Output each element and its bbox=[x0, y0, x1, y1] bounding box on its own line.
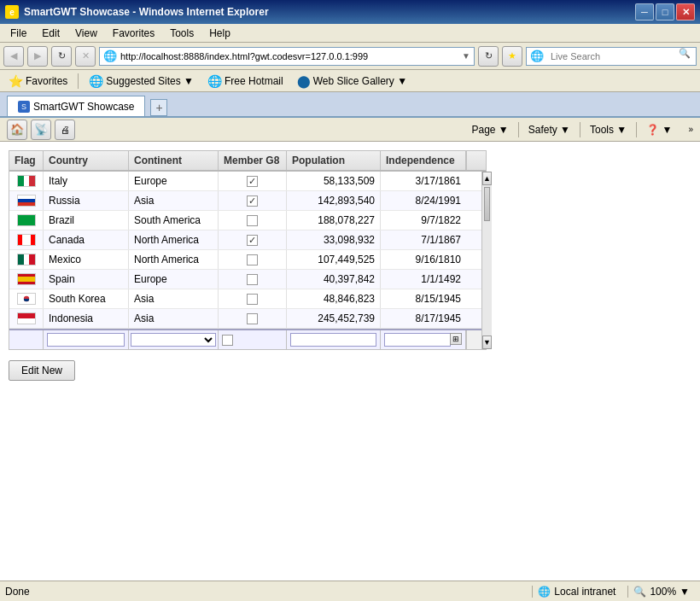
forward-button[interactable]: ▶ bbox=[27, 46, 48, 67]
flag-icon-indonesia bbox=[17, 312, 36, 324]
toolbar-expand-button[interactable]: » bbox=[688, 125, 693, 134]
zone-icon: 🌐 bbox=[538, 586, 551, 598]
print-button[interactable]: 🖨 bbox=[55, 120, 75, 140]
flag-icon-russia bbox=[17, 195, 36, 207]
col-header-country[interactable]: Country bbox=[44, 151, 129, 170]
edit-input-country[interactable] bbox=[47, 333, 125, 347]
url-display[interactable]: http://localhost:8888/index.html?gwt.cod… bbox=[120, 51, 458, 61]
checkbox-g8-canada[interactable]: ✓ bbox=[247, 235, 258, 246]
scroll-up-button[interactable]: ▲ bbox=[482, 172, 492, 185]
favorites-bar: ⭐ Favorites 🌐 Suggested Sites ▼ 🌐 Free H… bbox=[0, 70, 700, 92]
cell-continent-southkorea: Asia bbox=[129, 289, 219, 308]
address-input-wrapper: 🌐 http://localhost:8888/index.html?gwt.c… bbox=[99, 47, 475, 66]
refresh-addr-button[interactable]: ↻ bbox=[478, 46, 499, 67]
edit-checkbox-g8[interactable] bbox=[222, 335, 233, 346]
favorites-button[interactable]: ⭐ Favorites bbox=[5, 73, 71, 89]
checkbox-g8-italy[interactable]: ✓ bbox=[247, 176, 258, 187]
edit-select-continent[interactable]: Africa Asia Europe North America South A… bbox=[131, 333, 216, 347]
cell-independence-indonesia: 8/17/1945 bbox=[381, 309, 466, 328]
table-row[interactable]: Brazil South America 188,078,227 9/7/182… bbox=[9, 211, 481, 230]
edit-cell-independence: ⊞ bbox=[381, 330, 466, 349]
grid-edit-row: Africa Asia Europe North America South A… bbox=[9, 329, 481, 349]
table-row[interactable]: Spain Europe 40,397,842 1/1/1492 bbox=[9, 270, 481, 289]
cell-independence-canada: 7/1/1867 bbox=[381, 230, 466, 249]
zoom-icon: 🔍 bbox=[633, 586, 646, 598]
zoom-indicator: 🔍 100% ▼ bbox=[627, 586, 695, 598]
flag-icon-italy bbox=[17, 175, 36, 187]
col-header-independence[interactable]: Independence bbox=[381, 151, 466, 170]
edit-input-population[interactable] bbox=[290, 333, 376, 347]
table-row[interactable]: Russia Asia ✓ 142,893,540 8/24/1991 bbox=[9, 191, 481, 211]
cell-independence-southkorea: 8/15/1945 bbox=[381, 289, 466, 308]
checkbox-g8-mexico[interactable] bbox=[247, 254, 258, 265]
cell-flag-spain bbox=[9, 270, 44, 289]
search-button[interactable]: 🔍 bbox=[679, 48, 696, 65]
date-picker-button[interactable]: ⊞ bbox=[450, 333, 462, 345]
address-bar: ◀ ▶ ↻ ✕ 🌐 http://localhost:8888/index.ht… bbox=[0, 43, 700, 70]
refresh-button[interactable]: ↻ bbox=[51, 46, 72, 67]
star-button[interactable]: ★ bbox=[502, 46, 522, 67]
cell-flag-indonesia bbox=[9, 309, 44, 328]
window-title: SmartGWT Showcase - Windows Internet Exp… bbox=[24, 6, 269, 18]
menu-edit[interactable]: Edit bbox=[35, 26, 67, 41]
help-menu-button[interactable]: ❓ ▼ bbox=[640, 121, 678, 138]
cell-continent-mexico: North America bbox=[129, 250, 219, 269]
checkbox-g8-indonesia[interactable] bbox=[247, 313, 258, 324]
menu-help[interactable]: Help bbox=[202, 26, 237, 41]
checkbox-g8-southkorea[interactable] bbox=[247, 294, 258, 305]
zoom-dropdown-icon[interactable]: ▼ bbox=[680, 586, 690, 598]
table-row[interactable]: Indonesia Asia 245,452,739 8/17/1945 bbox=[9, 309, 481, 329]
tools-menu-button[interactable]: Tools ▼ bbox=[584, 121, 633, 138]
cell-g8-brazil bbox=[219, 211, 287, 230]
cell-independence-mexico: 9/16/1810 bbox=[381, 250, 466, 269]
search-input[interactable] bbox=[547, 51, 679, 61]
stop-button[interactable]: ✕ bbox=[75, 46, 96, 67]
cell-country-spain: Spain bbox=[44, 270, 129, 289]
scroll-down-button[interactable]: ▼ bbox=[482, 336, 492, 349]
table-row[interactable]: Italy Europe ✓ 58,133,509 3/17/1861 bbox=[9, 172, 481, 191]
col-header-g8[interactable]: Member G8 bbox=[219, 151, 287, 170]
page-menu-button[interactable]: Page ▼ bbox=[466, 121, 515, 138]
new-tab-button[interactable]: + bbox=[150, 99, 167, 116]
grid-rows: Italy Europe ✓ 58,133,509 3/17/1861 Russ… bbox=[9, 172, 481, 349]
web-slice-gallery-button[interactable]: ⬤ Web Slice Gallery ▼ bbox=[294, 73, 411, 89]
menu-favorites[interactable]: Favorites bbox=[106, 26, 161, 41]
cell-country-indonesia: Indonesia bbox=[44, 309, 129, 328]
col-header-continent[interactable]: Continent bbox=[129, 151, 219, 170]
back-button[interactable]: ◀ bbox=[3, 46, 24, 67]
menu-file[interactable]: File bbox=[3, 26, 33, 41]
grid-scrollbar: ▲ ▼ bbox=[481, 172, 492, 349]
cell-continent-spain: Europe bbox=[129, 270, 219, 289]
menu-view[interactable]: View bbox=[68, 26, 104, 41]
table-row[interactable]: Canada North America ✓ 33,098,932 7/1/18… bbox=[9, 230, 481, 250]
cell-flag-canada bbox=[9, 230, 44, 249]
status-bar: Done 🌐 Local intranet 🔍 100% ▼ bbox=[0, 581, 700, 601]
flag-icon-canada bbox=[17, 234, 36, 246]
zone-label: Local intranet bbox=[554, 586, 615, 598]
close-button[interactable]: ✕ bbox=[676, 3, 695, 20]
maximize-button[interactable]: □ bbox=[656, 3, 674, 20]
rss-button[interactable]: 📡 bbox=[31, 120, 51, 140]
flag-icon-spain bbox=[17, 273, 36, 285]
tab-smartgwt[interactable]: S SmartGWT Showcase bbox=[7, 96, 145, 116]
suggested-sites-button[interactable]: 🌐 Suggested Sites ▼ bbox=[85, 73, 197, 89]
suggested-sites-label: Suggested Sites ▼ bbox=[106, 75, 194, 87]
table-row[interactable]: Mexico North America 107,449,525 9/16/18… bbox=[9, 250, 481, 270]
home-button[interactable]: 🏠 bbox=[7, 120, 27, 140]
cell-g8-canada: ✓ bbox=[219, 230, 287, 249]
table-row[interactable]: South Korea Asia 48,846,823 8/15/1945 bbox=[9, 289, 481, 309]
edit-new-button[interactable]: Edit New bbox=[9, 360, 75, 381]
free-hotmail-button[interactable]: 🌐 Free Hotmail bbox=[204, 73, 287, 89]
col-header-flag[interactable]: Flag bbox=[9, 151, 44, 170]
minimize-button[interactable]: ─ bbox=[635, 3, 654, 20]
checkbox-g8-spain[interactable] bbox=[247, 274, 258, 285]
checkbox-g8-russia[interactable]: ✓ bbox=[247, 195, 258, 207]
col-header-population[interactable]: Population bbox=[287, 151, 381, 170]
cell-g8-mexico bbox=[219, 250, 287, 269]
scroll-thumb[interactable] bbox=[484, 187, 490, 221]
safety-menu-button[interactable]: Safety ▼ bbox=[522, 121, 576, 138]
scroll-edit-spacer bbox=[466, 330, 481, 349]
menu-tools[interactable]: Tools bbox=[163, 26, 201, 41]
edit-input-independence[interactable] bbox=[384, 333, 451, 347]
checkbox-g8-brazil[interactable] bbox=[247, 215, 258, 226]
